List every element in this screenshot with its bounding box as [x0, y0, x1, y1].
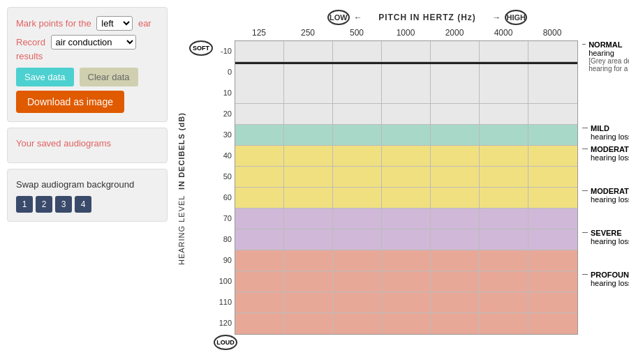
- loud-circle: LOUD: [214, 335, 237, 350]
- db-70: 70: [214, 208, 235, 229]
- legend-mod-severe-subtitle: hearing loss: [591, 195, 629, 204]
- swap-background-box: Swap audiogram background 1 2 3 4: [7, 169, 168, 222]
- swap-btn-2[interactable]: 2: [36, 196, 52, 213]
- audiogram-wrapper: LOW ← PITCH IN HERTZ (Hz) → HIGH HEARING…: [175, 7, 629, 350]
- legend-moderate-subtitle: hearing loss: [591, 153, 629, 162]
- legend-moderate-title: MODERATE: [591, 145, 629, 153]
- download-button[interactable]: Download as image: [16, 91, 124, 113]
- arrow-right: →: [492, 13, 501, 22]
- grid-row-80: [235, 229, 577, 250]
- legend-mod-severe-title: MODERATELY SEVERE: [591, 187, 629, 195]
- freq-8000: 8000: [528, 28, 577, 39]
- db-120: 120: [214, 312, 235, 333]
- chart-container: HEARING LEVEL IN DECIBELS (dB) 125 250 5…: [175, 28, 629, 350]
- mark-label-before: Mark points for the: [16, 18, 91, 29]
- grid-row-70: [235, 208, 577, 229]
- freq-4000: 4000: [479, 28, 528, 39]
- low-label: LOW: [330, 13, 348, 22]
- grid-row-20: [235, 104, 577, 125]
- mark-label: Mark points for the left right ear: [16, 16, 158, 31]
- grid-row-90: [235, 250, 577, 271]
- high-circle: HIGH: [505, 10, 527, 25]
- db-90: 90: [214, 250, 235, 271]
- legend-severe-subtitle: hearing loss: [591, 237, 629, 245]
- soft-label: SOFT: [193, 45, 209, 52]
- legend-severe: SEVERE hearing loss: [582, 229, 629, 245]
- freq-500: 500: [332, 28, 381, 39]
- legend-mod-severe: MODERATELY SEVERE hearing loss: [582, 187, 629, 204]
- legend-profound-subtitle: hearing loss: [591, 279, 629, 287]
- ear-select[interactable]: left right: [96, 16, 133, 31]
- grid-row-0: [235, 62, 577, 83]
- db-80: 80: [214, 229, 235, 250]
- db-20: 20: [214, 103, 235, 124]
- clear-button[interactable]: Clear data: [80, 68, 138, 86]
- grid-row-30: [235, 125, 577, 146]
- legend-moderate: MODERATE hearing loss: [582, 145, 629, 162]
- loud-label: LOUD: [216, 339, 235, 346]
- swap-btn-3[interactable]: 3: [55, 196, 72, 213]
- low-circle: LOW: [327, 10, 350, 25]
- grid-row-120: [235, 313, 577, 334]
- mark-label-after: ear: [138, 18, 151, 29]
- grid-row-10: [235, 83, 577, 104]
- grid-row--10: [235, 41, 577, 62]
- db-10: 10: [214, 82, 235, 103]
- action-buttons-row: Save data Clear data: [16, 68, 158, 86]
- saved-label: Your saved audiograms: [16, 137, 158, 151]
- legend-mild-title: MILD: [591, 124, 629, 132]
- grid-row-40: [235, 146, 577, 167]
- saved-audiograms-box: Your saved audiograms: [7, 128, 168, 164]
- y-axis-label: HEARING LEVEL IN DECIBELS (dB): [175, 28, 188, 350]
- soft-circle: SOFT: [189, 40, 213, 56]
- swap-label: Swap audiogram background: [16, 178, 158, 192]
- save-button[interactable]: Save data: [16, 68, 74, 86]
- legend-normal-title: NORMAL: [589, 40, 629, 49]
- arrow-left: ←: [354, 13, 362, 22]
- freq-125: 125: [235, 28, 283, 39]
- db-50: 50: [214, 166, 235, 187]
- left-panel: Mark points for the left right ear Recor…: [7, 7, 168, 222]
- grid-row-60: [235, 188, 577, 208]
- freq-250: 250: [283, 28, 332, 39]
- legend-mild: MILD hearing loss: [582, 124, 629, 141]
- db-110: 110: [214, 291, 235, 312]
- db--10: -10: [214, 40, 235, 61]
- controls-box: Mark points for the left right ear Recor…: [7, 7, 168, 122]
- db-labels: -10 0 10 20 30 40 50 60 70 80 90 100 110…: [214, 40, 235, 335]
- pitch-header: LOW ← PITCH IN HERTZ (Hz) → HIGH: [327, 10, 527, 25]
- legend-mild-subtitle: hearing loss: [591, 132, 629, 141]
- grid-row-110: [235, 292, 577, 313]
- high-label: HIGH: [506, 13, 526, 22]
- record-label: Record: [16, 37, 45, 47]
- chart-body-row: SOFT -10 0 10 20 30 40 50 60 70 80 90 10…: [188, 40, 629, 335]
- legend-normal-subtitle: hearing: [589, 49, 629, 57]
- chart-inner: 125 250 500 1000 2000 4000 8000 SOFT -10: [188, 28, 629, 350]
- swap-btn-1[interactable]: 1: [16, 196, 33, 213]
- results-label: results: [16, 51, 43, 61]
- pitch-label: PITCH IN HERTZ (Hz): [367, 13, 488, 22]
- loud-row: LOUD: [214, 335, 237, 350]
- legend-profound: PROFOUND hearing loss: [582, 271, 629, 287]
- db-30: 30: [214, 124, 235, 145]
- db-40: 40: [214, 145, 235, 166]
- record-label-row: Record air conduction bone conduction re…: [16, 35, 158, 63]
- legend-col: NORMAL hearing [Grey area denotes normal…: [582, 40, 629, 333]
- db-100: 100: [214, 271, 235, 291]
- legend-normal: NORMAL hearing [Grey area denotes normal…: [582, 40, 629, 73]
- swap-buttons-row: 1 2 3 4: [16, 196, 158, 213]
- db-0: 0: [214, 61, 235, 82]
- db-60: 60: [214, 187, 235, 208]
- legend-profound-title: PROFOUND: [591, 271, 629, 279]
- conduction-select[interactable]: air conduction bone conduction: [51, 35, 136, 50]
- loud-wrapper: LOUD: [214, 335, 237, 350]
- swap-btn-4[interactable]: 4: [75, 196, 91, 213]
- freq-header: 125 250 500 1000 2000 4000 8000: [235, 28, 577, 39]
- legend-normal-note: [Grey area denotes normal hearing for a …: [589, 57, 629, 73]
- grid-row-100: [235, 271, 577, 292]
- freq-1000: 1000: [381, 28, 430, 39]
- audiogram-grid[interactable]: [235, 40, 578, 335]
- grid-row-50: [235, 167, 577, 188]
- soft-loud-col: SOFT: [188, 40, 214, 335]
- legend-severe-title: SEVERE: [591, 229, 629, 237]
